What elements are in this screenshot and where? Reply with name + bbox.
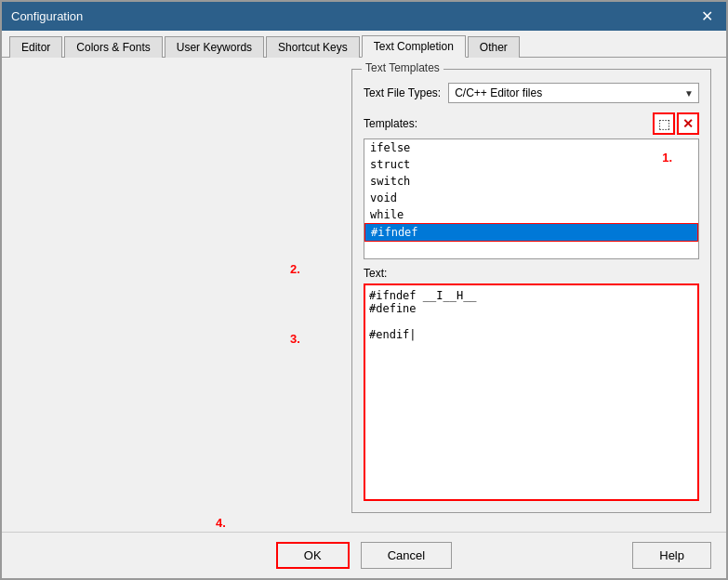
title-bar: Configuration ✕	[2, 2, 726, 31]
tab-colors-fonts[interactable]: Colors & Fonts	[64, 36, 162, 58]
file-types-row: Text File Types: C/C++ Editor files	[364, 83, 699, 103]
templates-list[interactable]: ifelse struct switch void while #ifndef	[364, 138, 699, 259]
templates-buttons: ⬚ ✕	[653, 112, 699, 135]
file-types-label: Text File Types:	[364, 86, 441, 99]
left-panel	[17, 69, 351, 521]
templates-header: Templates: ⬚ ✕	[364, 112, 699, 135]
new-template-button[interactable]: ⬚	[653, 112, 675, 135]
annotation-4: 4.	[216, 516, 226, 530]
list-item[interactable]: switch	[364, 173, 698, 190]
text-label: Text:	[364, 267, 699, 280]
ok-button[interactable]: OK	[276, 542, 350, 569]
configuration-dialog: Configuration ✕ Editor Colors & Fonts Us…	[0, 0, 728, 580]
dialog-title: Configuration	[11, 9, 83, 23]
templates-label: Templates:	[364, 117, 417, 130]
tab-other[interactable]: Other	[468, 36, 520, 58]
delete-template-button[interactable]: ✕	[677, 112, 699, 135]
footer: OK Cancel Help	[2, 532, 726, 578]
file-types-select-wrapper: C/C++ Editor files	[448, 83, 699, 103]
tab-bar: Editor Colors & Fonts User Keywords Shor…	[2, 31, 726, 58]
tab-editor[interactable]: Editor	[9, 36, 62, 58]
tab-user-keywords[interactable]: User Keywords	[165, 36, 264, 58]
text-templates-group: Text Templates Text File Types: C/C++ Ed…	[351, 69, 711, 513]
annotation-2: 2.	[290, 262, 300, 276]
list-item[interactable]: ifelse	[364, 139, 698, 156]
template-text-area[interactable]: #ifndef __I__H__ #define #endif|	[364, 283, 699, 501]
list-item[interactable]: struct	[364, 156, 698, 173]
content-area: Text Templates Text File Types: C/C++ Ed…	[2, 58, 726, 532]
cancel-button[interactable]: Cancel	[361, 542, 452, 569]
list-item[interactable]: while	[364, 206, 698, 223]
new-template-icon: ⬚	[658, 116, 670, 131]
help-button[interactable]: Help	[632, 542, 711, 569]
group-title: Text Templates	[362, 61, 443, 74]
annotation-1: 1.	[662, 151, 672, 165]
annotation-3: 3.	[290, 332, 300, 346]
tab-shortcut-keys[interactable]: Shortcut Keys	[266, 36, 360, 58]
file-types-select[interactable]: C/C++ Editor files	[448, 83, 699, 103]
right-panel: Text Templates Text File Types: C/C++ Ed…	[351, 69, 711, 521]
tab-text-completion[interactable]: Text Completion	[362, 35, 466, 58]
delete-template-icon: ✕	[682, 116, 694, 131]
list-item-selected[interactable]: #ifndef	[364, 223, 698, 242]
list-item[interactable]: void	[364, 190, 698, 206]
close-button[interactable]: ✕	[697, 7, 717, 25]
main-layout: Text Templates Text File Types: C/C++ Ed…	[17, 69, 711, 521]
